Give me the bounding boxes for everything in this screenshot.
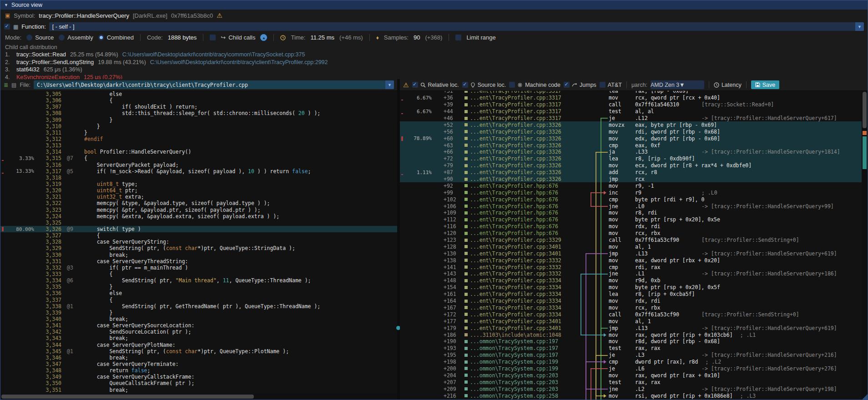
source-line[interactable]: 3,335 } [0, 284, 397, 290]
source-line[interactable]: 3,305 else [0, 91, 397, 97]
uarch-combo[interactable]: AMD Zen 3 ▼ [651, 80, 704, 89]
source-line[interactable]: 3,319 uint8_t type; [0, 181, 397, 187]
latency-button[interactable]: Latency [714, 82, 742, 88]
asm-instruction-row[interactable]: +164...ent\TracyProfiler.cpp:3334movrdx,… [400, 298, 868, 305]
asm-instruction-row[interactable]: +116...ent\TracyProfiler.hpp:676movrdx, … [400, 223, 868, 230]
machine-code-toggle[interactable]: Machine code [509, 82, 560, 88]
asm-instruction-row[interactable]: +177...ent\TracyProfiler.cpp:3401moval, … [400, 318, 868, 325]
source-line[interactable]: 3,338@1 SendString( ptr, GetThreadName( … [0, 303, 397, 310]
chevron-down-icon[interactable]: ▼ [385, 80, 394, 89]
asm-instruction-row[interactable]: +72...ent\TracyProfiler.cpp:3326lear8, [… [400, 155, 868, 162]
asm-instruction-row[interactable]: +99...ent\TracyProfiler.hpp:676incr9; .L… [400, 189, 868, 196]
source-line[interactable]: 3,342 SendSourceLocation( ptr ); [0, 329, 397, 335]
asm-instruction-row[interactable]: +190...ommon\TracySystem.cpp:197movr8d, … [400, 338, 868, 345]
source-line[interactable]: 3,340 break; [0, 316, 397, 322]
asm-instruction-row[interactable]: +179...ent\TracyProfiler.cpp:3401jmp.L13… [400, 325, 868, 331]
asm-instruction-row[interactable]: +109...ent\TracyProfiler.hpp:676movr8, r… [400, 210, 868, 216]
scrollbar-thumb[interactable] [1, 395, 254, 399]
source-line[interactable]: 3,334@6 SendString( ptr, "Main thread", … [0, 277, 397, 284]
function-combo[interactable]: [ - self - ] ▼ [49, 22, 864, 31]
source-line[interactable]: 3,333 { [0, 271, 397, 277]
source-line[interactable]: 3,345@1 SendString( ptr, (const char*)pt… [0, 348, 397, 355]
radio-source[interactable]: Source [26, 34, 54, 41]
child-calls-checkbox[interactable] [210, 35, 216, 40]
source-line[interactable]: 3,314bool Profiler::HandleServerQuery() [0, 149, 397, 155]
asm-instruction-row[interactable]: +207...ommon\TracySystem.cpp:203testrax,… [400, 379, 868, 385]
asm-instruction-row[interactable]: 6.67%+36...ent\TracyProfiler.cpp:3317mov… [400, 95, 868, 101]
jumps-toggle[interactable]: Jumps [564, 82, 596, 88]
asm-instruction-row[interactable]: +123...ent\TracyProfiler.cpp:3329call0x7… [400, 237, 868, 244]
file-combo[interactable]: C:\Users\wolf\Desktop\darkrl\contrib\tra… [34, 80, 394, 89]
asm-instruction-row[interactable]: +66...ent\TracyProfiler.cpp:3326ja.L33->… [400, 149, 868, 155]
source-line[interactable]: 3,339 } [0, 310, 397, 316]
asm-instruction-row[interactable]: +200...ommon\TracySystem.cpp:199je.L6-> … [400, 365, 868, 372]
asm-instruction-row[interactable]: +31...ent\TracyProfiler.cpp:3317learax, … [400, 91, 868, 95]
source-line[interactable]: 3,309 } [0, 117, 397, 123]
source-loc-toggle[interactable]: Source loc. [462, 82, 506, 88]
source-line[interactable]: 3.33%3,315@7{ [0, 155, 397, 161]
asm-instruction-row[interactable]: +120...ent\TracyProfiler.hpp:676movrcx, … [400, 230, 868, 237]
asm-instruction-row[interactable]: +46...ent\TracyProfiler.cpp:3317je.L12->… [400, 115, 868, 122]
source-line[interactable]: 3,313 [0, 142, 397, 149]
source-line[interactable]: 3,324 memcpy( &extra, &payload.extra, si… [0, 213, 397, 220]
vertical-scrollbar[interactable] [862, 91, 868, 400]
chevron-down-icon[interactable]: ▼ [855, 22, 864, 31]
asm-instruction-row[interactable]: +154...ent\TracyProfiler.cpp:3334movbyte… [400, 284, 868, 291]
source-line[interactable]: 3,344 case ServerQueryPlotName: [0, 341, 397, 348]
source-line[interactable]: 3,307 if( shouldExit ) return; [0, 104, 397, 110]
asm-instruction-row[interactable]: +112...ent\TracyProfiler.hpp:676movbyte … [400, 216, 868, 223]
source-line[interactable]: 3,349 case ServerQueryCallstackFrame: [0, 374, 397, 380]
asm-instruction-row[interactable]: 6.67%+44...ent\TracyProfiler.cpp:3317tes… [400, 108, 868, 115]
function-checkbox[interactable] [4, 24, 10, 30]
radio-assembly[interactable]: Assembly [59, 34, 93, 41]
source-line[interactable]: 3,312#endif [0, 136, 397, 142]
horizontal-scrollbar[interactable] [0, 394, 397, 400]
source-line[interactable]: 3,337 { [0, 297, 397, 303]
relative-loc-toggle[interactable]: Relative loc. [412, 82, 459, 88]
save-button[interactable]: Save [751, 80, 780, 89]
source-line[interactable]: 3,308 std::this_thread::sleep_for( std::… [0, 110, 397, 116]
source-line[interactable]: 3,323 memcpy( &ptr, &payload.ptr, sizeof… [0, 207, 397, 213]
distribution-item[interactable]: 1.tracy::Socket::Read25.25 ms (54.89%)C:… [5, 51, 863, 59]
source-line[interactable]: 13.33%3,317@5 if( !m_sock->Read( &payloa… [0, 168, 397, 175]
asm-instruction-row[interactable]: +143...ent\TracyProfiler.cpp:3332jne.L1-… [400, 270, 868, 277]
source-line[interactable]: 3,336 else [0, 290, 397, 296]
asm-instruction-row[interactable]: +198...ommon\TracySystem.cpp:199cmpdword… [400, 359, 868, 365]
chevron-down-icon[interactable]: ▼ [679, 82, 685, 88]
source-line[interactable]: 3,322 memcpy( &type, &payload.type, size… [0, 200, 397, 206]
source-line[interactable]: 3,330 break; [0, 252, 397, 258]
source-line[interactable]: 3,341 case ServerQuerySourceLocation: [0, 322, 397, 329]
source-line[interactable]: 3,329 SendString( ptr, (const char*)ptr,… [0, 245, 397, 251]
distribution-item[interactable]: 3.stat64i32625 μs (1.36%) [5, 66, 863, 74]
source-line[interactable]: 3,348 return false; [0, 367, 397, 374]
asm-instruction-row[interactable]: +90...ent\TracyProfiler.cpp:3326jmprcx [400, 176, 868, 183]
source-line[interactable]: 3,332@3 if( ptr == m_mainThread ) [0, 265, 397, 271]
asm-instruction-row[interactable]: +186....31103\include\atomic:1048movrax,… [400, 331, 868, 338]
asm-instruction-row[interactable]: +161...ent\TracyProfiler.cpp:3334lear8, … [400, 291, 868, 298]
asm-instruction-row[interactable]: +141...ent\TracyProfiler.cpp:3332cmprdi,… [400, 264, 868, 270]
asm-instruction-row[interactable]: +39...ent\TracyProfiler.cpp:3317call0x7f… [400, 101, 868, 108]
asm-instruction-row[interactable]: +106...ent\TracyProfiler.hpp:676jne.L0->… [400, 203, 868, 210]
child-calls-toggle[interactable]: ↪ Child calls [221, 34, 255, 41]
asm-instruction-row[interactable]: +148...ent\TracyProfiler.cpp:3334movr9d,… [400, 277, 868, 284]
scrollbar-thumb[interactable] [863, 92, 867, 128]
source-line[interactable]: 3,331 case ServerQueryThreadString: [0, 258, 397, 265]
att-toggle[interactable]: AT&T [600, 82, 622, 88]
source-line[interactable]: 3,351 break; [0, 386, 397, 393]
asm-instruction-row[interactable]: +102...ent\TracyProfiler.hpp:676cmpbyte … [400, 196, 868, 203]
asm-instruction-row[interactable]: 78.89%+60...ent\TracyProfiler.cpp:3326mo… [400, 135, 868, 142]
asm-instruction-row[interactable]: +138...ent\TracyProfiler.cpp:3332moveax,… [400, 257, 868, 264]
source-line[interactable]: 3,350 QueueCallstackFrame( ptr ); [0, 380, 397, 386]
source-line[interactable]: 3,321 uint32_t extra; [0, 194, 397, 200]
asm-instruction-row[interactable]: +130...ent\TracyProfiler.cpp:3401jmp.L13… [400, 250, 868, 257]
source-line[interactable]: 3,325 [0, 220, 397, 226]
source-line[interactable]: 3,347 case ServerQueryTerminate: [0, 361, 397, 367]
source-line[interactable]: 3,306 { [0, 97, 397, 104]
limit-range-checkbox[interactable] [455, 35, 461, 40]
source-line[interactable]: 3,320 uint64_t ptr; [0, 187, 397, 194]
resize-grip[interactable] [860, 392, 868, 400]
source-line[interactable]: 3,327 { [0, 232, 397, 239]
asm-instruction-row[interactable]: +63...ent\TracyProfiler.cpp:3326cmpeax, … [400, 142, 868, 149]
asm-instruction-row[interactable]: +209...ommon\TracySystem.cpp:203jne.L2->… [400, 385, 868, 392]
source-line[interactable]: 3,311} [0, 130, 397, 136]
